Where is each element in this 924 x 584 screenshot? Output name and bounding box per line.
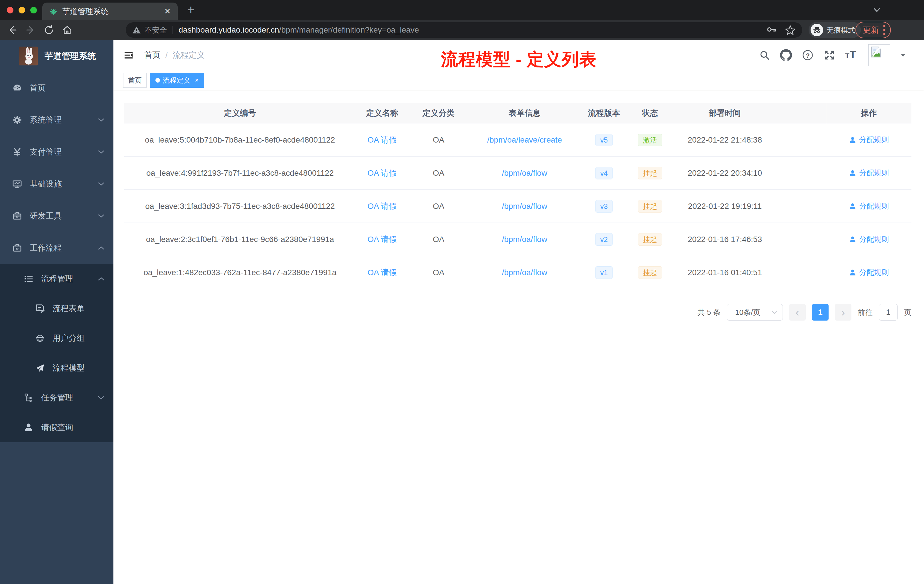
tag-process-definition[interactable]: 流程定义 ×: [150, 73, 204, 88]
table-row: oa_leave:1:482ec033-762a-11ec-8477-a2380…: [124, 256, 911, 289]
sidebar-item-label: 研发工具: [30, 211, 62, 221]
column-header: 流程版本: [581, 108, 627, 119]
assign-rule-button[interactable]: 分配规则: [826, 135, 911, 145]
page-size-select[interactable]: 10条/页: [727, 304, 783, 320]
assign-rule-button[interactable]: 分配规则: [826, 168, 911, 178]
breadcrumb: 首页 / 流程定义: [144, 40, 205, 70]
sidebar-item-infrastructure[interactable]: 基础设施: [0, 168, 114, 200]
sidebar-item-leave-query[interactable]: 请假查询: [0, 412, 114, 442]
definition-name-link[interactable]: OA 请假: [368, 135, 397, 144]
paper-plane-icon: [35, 363, 45, 373]
next-page-button[interactable]: ›: [835, 304, 851, 320]
sidebar-item-label: 请假查询: [41, 422, 73, 433]
top-navbar: 首页 / 流程定义 流程模型 - 定义列表 ? TT: [114, 40, 924, 70]
status-badge: 挂起: [638, 167, 662, 180]
browser-update-button[interactable]: 更新: [855, 22, 891, 38]
breadcrumb-home[interactable]: 首页: [144, 50, 160, 61]
assign-rule-button[interactable]: 分配规则: [826, 234, 911, 244]
cell-definition-id: oa_leave:3:1fad3d93-7b75-11ec-a3c8-acde4…: [124, 202, 356, 211]
sidebar-item-payment[interactable]: 支付管理: [0, 136, 114, 168]
goto-page-input[interactable]: [879, 304, 898, 320]
sidebar-item-user-group[interactable]: 用户分组: [0, 323, 114, 353]
cell-category: OA: [409, 202, 469, 211]
tag-label: 流程定义: [163, 76, 190, 85]
password-key-icon[interactable]: [766, 24, 777, 36]
reload-icon[interactable]: [43, 24, 55, 36]
avatar-caret-down-icon[interactable]: [900, 53, 906, 57]
minimize-window-button[interactable]: [18, 7, 25, 13]
close-window-button[interactable]: [7, 7, 13, 13]
cell-deploy-time: 2022-01-16 01:40:51: [673, 268, 777, 277]
form-info-link[interactable]: /bpm/oa/flow: [502, 168, 548, 177]
font-size-icon[interactable]: TT: [845, 49, 858, 61]
tree-icon: [23, 393, 34, 403]
fullscreen-icon[interactable]: [823, 49, 835, 61]
svg-text:T: T: [850, 49, 856, 61]
sidebar-item-system[interactable]: 系统管理: [0, 104, 114, 136]
sidebar-item-workflow[interactable]: 工作流程: [0, 232, 114, 264]
incognito-badge: 无痕模式: [808, 22, 861, 38]
new-tab-button[interactable]: +: [187, 3, 195, 16]
sidebar-logo[interactable]: 芋道管理系统: [0, 40, 114, 72]
user-icon: [849, 269, 856, 276]
cell-definition-id: oa_leave:1:482ec033-762a-11ec-8477-a2380…: [124, 268, 356, 277]
page-number-1[interactable]: 1: [812, 304, 828, 320]
user-avatar-broken-image[interactable]: [868, 44, 890, 66]
monitor-icon: [12, 179, 22, 189]
column-header: 操作: [826, 108, 911, 119]
sidebar-toggle-icon[interactable]: [123, 49, 134, 61]
tag-close-icon[interactable]: ×: [195, 77, 198, 84]
form-edit-icon: [35, 304, 45, 313]
sidebar-item-devtools[interactable]: 研发工具: [0, 200, 114, 232]
chevron-down-icon: [97, 117, 105, 122]
definition-name-link[interactable]: OA 请假: [368, 235, 397, 244]
form-info-link[interactable]: /bpm/oa/flow: [502, 202, 548, 211]
sidebar-item-home[interactable]: 首页: [0, 72, 114, 104]
sidebar: 芋道管理系统 首页 系统管理 支付管理 基础设施 研发工具: [0, 40, 114, 584]
form-info-link[interactable]: /bpm/oa/flow: [502, 268, 548, 277]
bookmark-star-icon[interactable]: [785, 24, 796, 36]
assign-rule-button[interactable]: 分配规则: [826, 201, 911, 211]
browser-tab[interactable]: 芋道管理系统 ✕: [42, 3, 178, 20]
form-info-link[interactable]: /bpm/oa/flow: [502, 235, 548, 244]
sidebar-item-task-management[interactable]: 任务管理: [0, 383, 114, 412]
main-area: 首页 / 流程定义 流程模型 - 定义列表 ? TT 首页 流程定义 ×: [114, 40, 924, 584]
sidebar-item-label: 系统管理: [30, 115, 62, 125]
sidebar-item-process-model[interactable]: 流程模型: [0, 353, 114, 383]
user-icon: [849, 203, 856, 210]
assign-rule-label: 分配规则: [859, 201, 889, 211]
version-badge: v5: [596, 134, 612, 146]
github-icon[interactable]: [780, 49, 792, 61]
prev-page-button[interactable]: ‹: [789, 304, 806, 320]
address-bar[interactable]: 不安全 dashboard.yudao.iocoder.cn/bpm/manag…: [126, 22, 802, 38]
definition-name-link[interactable]: OA 请假: [368, 168, 397, 177]
definition-name-link[interactable]: OA 请假: [368, 268, 397, 277]
sidebar-item-label: 首页: [30, 82, 46, 93]
definition-name-link[interactable]: OA 请假: [368, 202, 397, 211]
status-badge: 激活: [638, 134, 662, 146]
tag-home[interactable]: 首页: [123, 73, 147, 88]
sidebar-item-process-management[interactable]: 流程管理: [0, 264, 114, 294]
column-header: 定义分类: [409, 108, 469, 119]
svg-text:?: ?: [806, 52, 810, 59]
definition-table: 定义编号 定义名称 定义分类 表单信息 流程版本 状态 部署时间 操作 oa_l…: [124, 103, 911, 289]
search-icon[interactable]: [759, 49, 770, 61]
column-header: 状态: [627, 108, 673, 119]
help-icon[interactable]: ?: [802, 49, 814, 61]
status-badge: 挂起: [638, 233, 662, 246]
cell-definition-id: oa_leave:4:991f2193-7b7f-11ec-a3c8-acde4…: [124, 168, 356, 178]
tab-search-chevron-icon[interactable]: [872, 6, 882, 14]
tab-close-icon[interactable]: ✕: [164, 7, 171, 15]
sidebar-item-label: 流程模型: [53, 363, 84, 373]
browser-menu-dots-icon[interactable]: [883, 25, 886, 35]
zoom-window-button[interactable]: [30, 7, 37, 13]
assign-rule-button[interactable]: 分配规则: [826, 267, 911, 277]
browser-chrome: 芋道管理系统 ✕ + 不安全 dashboard.yudao.iocoder.c…: [0, 0, 924, 40]
sidebar-item-process-form[interactable]: 流程表单: [0, 294, 114, 323]
forward-icon[interactable]: [25, 24, 36, 36]
security-warning-icon[interactable]: [132, 26, 141, 34]
home-icon[interactable]: [61, 24, 73, 36]
back-icon[interactable]: [6, 24, 18, 36]
form-info-link[interactable]: /bpm/oa/leave/create: [487, 135, 562, 144]
cell-deploy-time: 2022-01-22 21:48:38: [673, 135, 777, 145]
